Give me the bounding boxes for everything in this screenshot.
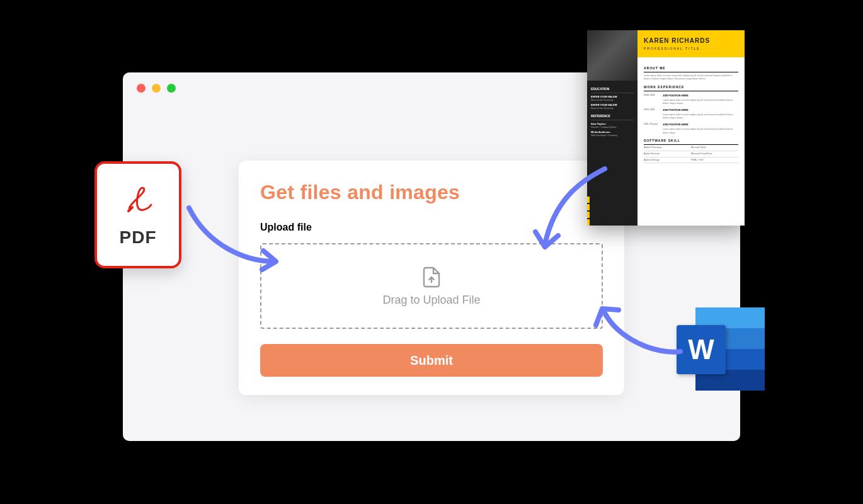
dropzone-text: Drag to Upload File	[382, 294, 480, 307]
resume-preview: EDUCATION ENTER YOUR MAJOR Name of the U…	[587, 30, 745, 226]
resume-skills-header: SOFTWARE SKILL	[644, 139, 738, 145]
resume-about-header: ABOUT ME	[644, 66, 738, 72]
adobe-logo-icon	[122, 182, 154, 217]
resume-education-header: EDUCATION	[591, 87, 634, 93]
resume-name: KAREN RICHARDS	[644, 37, 738, 45]
file-dropzone[interactable]: Drag to Upload File	[260, 243, 603, 329]
upload-card: Get files and images Upload file Drag to…	[239, 161, 624, 395]
submit-button[interactable]: Submit	[260, 344, 603, 377]
card-title: Get files and images	[260, 181, 603, 204]
maximize-window-button[interactable]	[167, 84, 176, 93]
resume-work-header: WORK EXPERIENCE	[644, 85, 738, 91]
minimize-window-button[interactable]	[152, 84, 161, 93]
resume-sidebar: EDUCATION ENTER YOUR MAJOR Name of the U…	[587, 30, 637, 226]
upload-label: Upload file	[260, 222, 603, 233]
resume-reference-header: REFERENCE	[591, 114, 634, 120]
word-file-icon: W	[677, 307, 765, 391]
close-window-button[interactable]	[137, 84, 146, 93]
resume-header: KAREN RICHARDS PROFESSIONAL TITLE	[637, 30, 745, 57]
word-label: W	[677, 325, 726, 374]
resume-subtitle: PROFESSIONAL TITLE	[644, 47, 738, 51]
upload-file-icon	[420, 266, 443, 289]
pdf-file-icon: PDF	[94, 161, 181, 268]
pdf-label: PDF	[120, 227, 157, 248]
resume-photo	[587, 30, 637, 81]
